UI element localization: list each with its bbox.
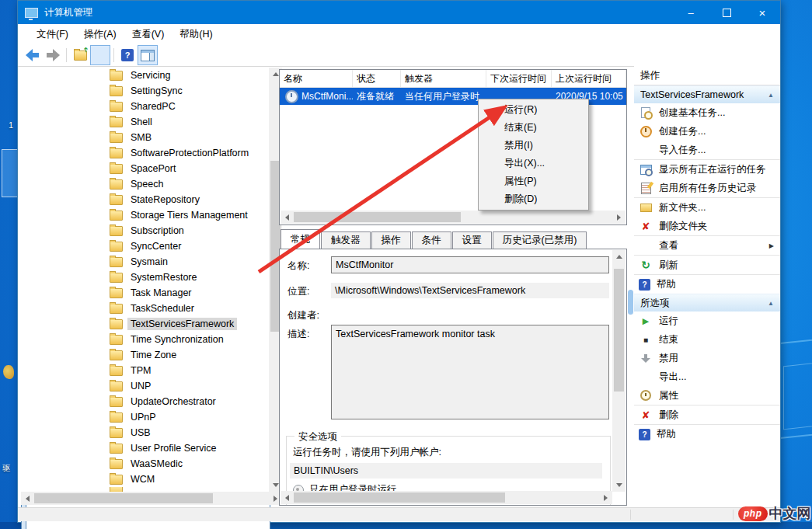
details-vertical-scrollbar[interactable]: [612, 250, 626, 492]
show-action-pane-icon[interactable]: [138, 45, 158, 65]
tree-item[interactable]: Speech: [21, 176, 269, 192]
tree-item-label: User Profile Service: [127, 442, 219, 454]
tree-item[interactable]: USB: [21, 425, 269, 440]
minimize-button[interactable]: –: [673, 1, 709, 24]
action-item[interactable]: 导出...: [634, 367, 780, 386]
tree-item-label: SoftwareProtectionPlatform: [127, 147, 252, 159]
collapse-arrow-icon[interactable]: ▲: [768, 92, 774, 99]
tree-item[interactable]: SettingSync: [21, 83, 269, 99]
column-header[interactable]: 名称: [280, 70, 353, 87]
maximize-button[interactable]: [709, 1, 744, 24]
tab[interactable]: 触发器: [321, 231, 371, 249]
tab[interactable]: 设置: [452, 231, 492, 249]
pane-splitter-handle[interactable]: [628, 290, 633, 315]
tab[interactable]: 历史记录(已禁用): [493, 231, 587, 249]
tree-item[interactable]: Time Synchronization: [21, 332, 269, 347]
show-console-tree-icon[interactable]: [90, 45, 110, 65]
tree-item[interactable]: StateRepository: [21, 192, 269, 207]
folder-icon: [110, 86, 123, 96]
tree-item[interactable]: UpdateOrchestrator: [21, 394, 269, 409]
menu-item[interactable]: 文件(F): [29, 25, 76, 44]
column-header[interactable]: 上次运行时间: [552, 70, 626, 87]
collapse-arrow-icon[interactable]: ▲: [768, 300, 774, 307]
folder-icon: [110, 273, 123, 283]
author-field[interactable]: [331, 308, 609, 322]
context-menu-item[interactable]: 属性(P): [479, 172, 588, 190]
stop-icon: [639, 333, 653, 346]
task-clock-icon: [285, 90, 298, 103]
action-item[interactable]: 刷新: [634, 255, 780, 274]
tree-item[interactable]: UPnP: [21, 409, 269, 425]
actions-section-items: 运行 结束 禁用 导出...: [634, 311, 780, 444]
details-horizontal-scrollbar[interactable]: [281, 491, 612, 504]
description-field[interactable]: TextServicesFramework monitor task: [331, 325, 609, 419]
help-icon[interactable]: ?: [117, 45, 138, 65]
menu-item[interactable]: 查看(V): [124, 25, 173, 44]
action-item[interactable]: 结束: [634, 330, 780, 349]
context-menu-item[interactable]: 删除(D): [479, 190, 588, 208]
column-header[interactable]: 下次运行时间: [486, 70, 552, 87]
action-item[interactable]: 查看: [634, 235, 780, 255]
column-header[interactable]: 触发器: [401, 70, 486, 87]
tree-item[interactable]: SpacePort: [21, 161, 269, 176]
forward-icon[interactable]: [43, 45, 63, 65]
tree-item-label: StateRepository: [127, 193, 203, 206]
action-item[interactable]: 创建基本任务...: [634, 103, 780, 122]
context-menu-item[interactable]: 导出(X)...: [479, 155, 588, 172]
tree-item[interactable]: TPM: [21, 363, 269, 378]
tree-item[interactable]: SystemRestore: [21, 270, 269, 285]
tree-horizontal-scrollbar[interactable]: [21, 492, 282, 505]
action-item[interactable]: 帮助: [634, 424, 780, 444]
action-item[interactable]: 禁用: [634, 349, 780, 367]
account-value[interactable]: BUILTIN\Users: [290, 463, 602, 479]
context-menu-item[interactable]: 运行(R): [479, 101, 588, 119]
context-menu-item[interactable]: 禁用(I): [479, 137, 588, 155]
tree-item[interactable]: WCM: [21, 472, 269, 487]
tree-item[interactable]: Servicing: [21, 68, 269, 83]
action-item[interactable]: 新文件夹...: [634, 197, 780, 217]
back-icon[interactable]: [23, 45, 43, 65]
tree-item[interactable]: Shell: [21, 114, 269, 130]
tree-item[interactable]: Subscription: [21, 223, 269, 238]
location-field[interactable]: \Microsoft\Windows\TextServicesFramework: [331, 283, 609, 298]
action-item[interactable]: 创建任务...: [634, 122, 780, 141]
tree-item[interactable]: SyncCenter: [21, 238, 269, 254]
action-item[interactable]: 删除文件夹: [634, 217, 780, 235]
action-item[interactable]: 属性: [634, 386, 780, 405]
running-tasks-icon: [639, 163, 653, 176]
action-item[interactable]: 运行: [634, 311, 780, 330]
tree-item[interactable]: Task Manager: [21, 285, 269, 301]
tab[interactable]: 条件: [412, 231, 451, 249]
column-header[interactable]: 状态: [353, 70, 401, 87]
tab[interactable]: 操作: [371, 231, 411, 249]
tab[interactable]: 常规: [281, 229, 320, 249]
export-list-icon[interactable]: [70, 45, 90, 65]
tree-item[interactable]: SoftwareProtectionPlatform: [21, 145, 269, 161]
close-button[interactable]: ×: [744, 1, 780, 24]
action-item[interactable]: 删除: [634, 405, 780, 424]
task-list-horizontal-scrollbar[interactable]: [281, 211, 626, 224]
actions-section-header[interactable]: 所选项 ▲: [634, 294, 780, 311]
folder-icon: [110, 179, 123, 190]
tree-item[interactable]: Storage Tiers Management: [21, 207, 269, 223]
action-item[interactable]: 帮助: [634, 274, 780, 294]
actions-section-header[interactable]: TextServicesFramework ▲: [634, 85, 780, 103]
context-menu-item[interactable]: 结束(E): [479, 119, 588, 137]
action-item[interactable]: 启用所有任务历史记录: [634, 179, 780, 197]
tree-item[interactable]: TaskScheduler: [21, 301, 269, 316]
titlebar[interactable]: 计算机管理 – ×: [18, 1, 780, 24]
tree-item[interactable]: WaaSMedic: [21, 456, 269, 472]
action-item-label: 导出...: [659, 371, 686, 384]
tree-item[interactable]: Sysmain: [21, 254, 269, 270]
name-field[interactable]: MsCtfMonitor: [331, 256, 609, 273]
tree-item[interactable]: UNP: [21, 378, 269, 394]
menu-item[interactable]: 帮助(H): [172, 25, 220, 44]
action-item[interactable]: 导入任务...: [634, 141, 780, 159]
tree-item[interactable]: SharedPC: [21, 99, 269, 114]
action-item[interactable]: 显示所有正在运行的任务: [634, 159, 780, 179]
tree-item[interactable]: SMB: [21, 130, 269, 145]
tree-item[interactable]: TextServicesFramework: [21, 316, 269, 332]
tree-item[interactable]: User Profile Service: [21, 440, 269, 456]
tree-item[interactable]: Time Zone: [21, 347, 269, 363]
menu-item[interactable]: 操作(A): [76, 25, 124, 44]
